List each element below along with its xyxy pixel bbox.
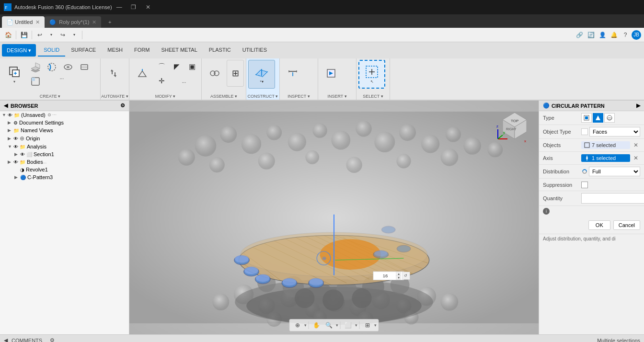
suppression-checkbox[interactable] xyxy=(581,182,588,188)
nav-zoom-btn[interactable]: 🔍 xyxy=(323,320,335,330)
eye-unsaved[interactable]: 👁 xyxy=(8,113,12,118)
browser-collapse-icon[interactable]: ◀ xyxy=(4,103,8,109)
user-icon[interactable]: 👤 xyxy=(597,30,608,40)
tree-item-c-pattern3[interactable]: ▶ 🔵 C-Pattern3 xyxy=(0,173,129,181)
browser-options-icon[interactable]: ⚙ xyxy=(120,103,125,109)
restore-button[interactable]: ❐ xyxy=(126,0,141,14)
freeform-tool[interactable] xyxy=(28,75,43,88)
3d-viewport[interactable]: ⊕ 16 ▲ ▼ ↺ xyxy=(129,101,539,334)
tab-untitled[interactable]: 📄 Untitled ✕ xyxy=(2,16,45,28)
hole-tool[interactable] xyxy=(60,60,76,74)
design-mode-button[interactable]: DESIGN ▾ xyxy=(2,44,36,57)
tab-form[interactable]: FORM xyxy=(128,44,155,57)
select-tool[interactable]: ↖ xyxy=(358,60,385,89)
nav-fit-btn[interactable]: ⬜ xyxy=(343,320,354,330)
tab-solid[interactable]: SOLID xyxy=(38,44,65,57)
tree-item-unsaved[interactable]: ▼ 👁 📁 (Unsaved) ⚙ ⋯ xyxy=(0,111,129,119)
nav-dropdown2[interactable]: ▾ xyxy=(336,323,338,328)
type-body-btn[interactable] xyxy=(604,113,615,123)
tree-item-section1[interactable]: ▶ 👁 ⬜ Section1 xyxy=(0,150,129,158)
account-icon[interactable]: JB xyxy=(632,30,641,40)
revolve-tool[interactable] xyxy=(44,60,59,74)
panel-expand-icon[interactable]: ▶ xyxy=(636,103,640,109)
minimize-button[interactable]: — xyxy=(112,0,126,14)
more-create-tool[interactable]: ... xyxy=(44,75,78,88)
tab-mesh[interactable]: MESH xyxy=(102,44,128,57)
tree-item-origin[interactable]: ▶ 👁 ⊕ Origin xyxy=(0,134,129,143)
comments-expand-icon[interactable]: ◀ xyxy=(4,337,8,342)
fillet-tool[interactable]: ⌒ xyxy=(154,60,169,73)
object-type-checkbox[interactable] xyxy=(581,128,588,135)
new-component-tool[interactable]: ▾ xyxy=(2,60,27,89)
undo-dropdown[interactable]: ▾ xyxy=(46,30,57,40)
nav-grid-btn[interactable]: ⊞ xyxy=(362,320,373,330)
create-small-tools: ... xyxy=(28,60,92,88)
move-tool[interactable]: ✛ xyxy=(154,74,169,88)
nav-dropdown4[interactable]: ▾ xyxy=(374,323,377,328)
object-type-select[interactable]: Faces Bodies Features xyxy=(589,127,640,137)
tree-item-revolve1[interactable]: ◑ Revolve1 xyxy=(0,166,129,173)
insert-tool[interactable] xyxy=(320,60,342,87)
tab-roly[interactable]: 🔵 Roly poly*(1) ✕ xyxy=(45,16,101,28)
tree-item-analysis[interactable]: ▼ 👁 📁 Analysis xyxy=(0,143,129,150)
svg-point-11 xyxy=(67,66,69,68)
undo-button[interactable]: ↩ xyxy=(34,30,45,40)
thread-tool[interactable] xyxy=(77,60,92,74)
tab-plastic[interactable]: PLASTIC xyxy=(203,44,237,57)
quantity-input[interactable]: 16 xyxy=(581,193,644,204)
axis-clear-btn[interactable]: ✕ xyxy=(632,154,640,162)
viewcube[interactable]: TOP RIGHT x z y xyxy=(495,105,534,144)
svg-point-37 xyxy=(331,131,350,150)
redo-dropdown[interactable]: ▾ xyxy=(69,30,80,40)
settings-unsaved[interactable]: ⚙ xyxy=(47,113,51,117)
tab-roly-close[interactable]: ✕ xyxy=(92,19,96,25)
nav-pan-btn[interactable]: ✋ xyxy=(311,320,322,330)
status-bar: ◀ COMMENTS ⚙ Multiple selections xyxy=(0,334,644,342)
ok-button[interactable]: OK xyxy=(588,220,610,230)
distribution-select[interactable]: Full Symmetric Custom xyxy=(589,167,640,176)
tree-item-named-views[interactable]: ▶ 📁 Named Views xyxy=(0,126,129,134)
objects-clear-btn[interactable]: ✕ xyxy=(632,141,640,149)
home-button[interactable]: 🏠 xyxy=(3,30,13,40)
eye-section1[interactable]: 👁 xyxy=(20,152,25,157)
eye-analysis[interactable]: 👁 xyxy=(13,144,18,149)
joint-tool[interactable] xyxy=(204,60,226,87)
shell-tool[interactable]: ▣ xyxy=(185,60,199,73)
nav-orbit-btn[interactable]: ⊕ xyxy=(292,320,303,330)
nav-dropdown1[interactable]: ▾ xyxy=(304,323,307,328)
more-unsaved[interactable]: ⋯ xyxy=(52,113,57,117)
redo-button[interactable]: ↪ xyxy=(58,30,68,40)
svg-point-50 xyxy=(441,148,459,166)
axis-select-btn[interactable]: 1 selected xyxy=(581,154,630,162)
type-component-btn[interactable] xyxy=(581,113,592,123)
type-face-btn[interactable] xyxy=(593,113,603,123)
tree-item-bodies[interactable]: ▶ 👁 📁 Bodies ... xyxy=(0,158,129,166)
svg-text:↺: ↺ xyxy=(404,274,407,278)
extrude-tool[interactable] xyxy=(28,60,43,74)
tab-add-button[interactable]: + xyxy=(103,16,116,28)
tab-untitled-close[interactable]: ✕ xyxy=(35,19,40,25)
tab-sheet-metal[interactable]: SHEET METAL xyxy=(155,44,203,57)
measure-tool[interactable] xyxy=(282,60,304,87)
eye-bodies[interactable]: 👁 xyxy=(13,160,18,165)
as-built-joint-tool[interactable]: ⊞ xyxy=(227,60,244,87)
connection-icon[interactable]: 🔗 xyxy=(574,30,585,40)
construct-plane-tool[interactable]: *▾ xyxy=(248,60,275,89)
sync-icon[interactable]: 🔄 xyxy=(586,30,596,40)
eye-origin[interactable]: 👁 xyxy=(13,136,18,141)
press-pull-tool[interactable] xyxy=(131,60,153,87)
chamfer-tool[interactable]: ◤ xyxy=(170,60,184,73)
save-button[interactable]: 💾 xyxy=(19,30,29,40)
notification-icon[interactable]: 🔔 xyxy=(609,30,619,40)
cancel-button[interactable]: Cancel xyxy=(613,220,640,230)
more-modify[interactable]: ... xyxy=(170,74,198,88)
tab-utilities[interactable]: UTILITIES xyxy=(237,44,273,57)
automate-tool[interactable] xyxy=(103,60,125,87)
help-icon[interactable]: ? xyxy=(620,30,631,40)
distribution-icon xyxy=(581,168,588,175)
close-button[interactable]: ✕ xyxy=(141,0,155,14)
tree-item-doc-settings[interactable]: ▶ ⚙ Document Settings xyxy=(0,119,129,126)
tab-surface[interactable]: SURFACE xyxy=(65,44,102,57)
objects-select-btn[interactable]: 7 selected xyxy=(581,141,630,149)
nav-dropdown3[interactable]: ▾ xyxy=(355,323,357,328)
